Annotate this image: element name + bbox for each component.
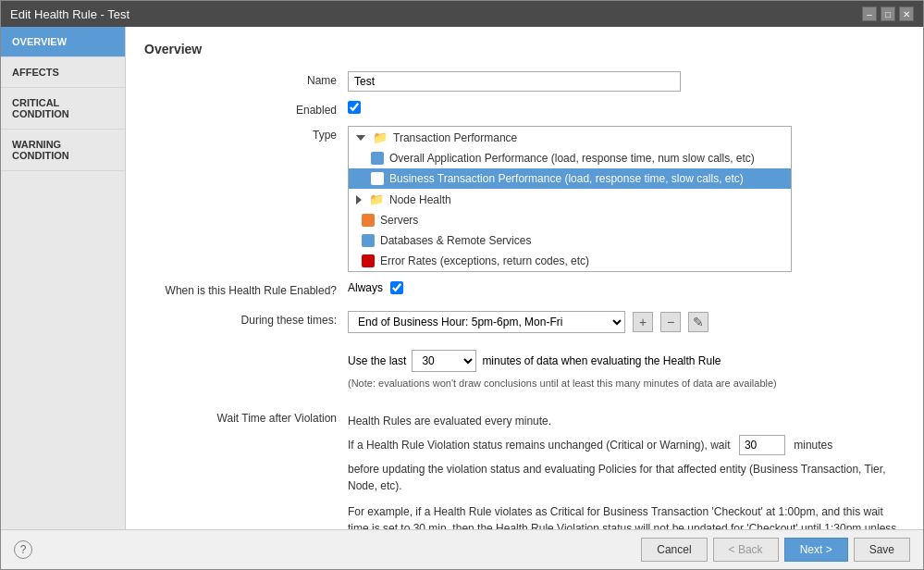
footer: ? Cancel < Back Next > Save (1, 529, 923, 569)
tree-item-node-health[interactable]: 📁 Node Health (349, 189, 791, 210)
tree-item-txn-perf[interactable]: 📁 Transaction Performance (349, 127, 791, 148)
wait-line2-post: minutes (794, 439, 832, 452)
tree-item-error-rates[interactable]: Error Rates (exceptions, return codes, e… (349, 251, 791, 271)
use-last-note: (Note: evaluations won't draw conclusion… (348, 378, 905, 389)
use-last-spacer (144, 350, 348, 353)
during-row: During these times: End of Business Hour… (144, 311, 905, 341)
window-title: Edit Health Rule - Test (10, 7, 129, 21)
next-button[interactable]: Next > (784, 538, 848, 562)
during-select[interactable]: End of Business Hour: 5pm-6pm, Mon-Fri B… (348, 311, 625, 333)
item-icon-error (362, 254, 375, 267)
tree-item-db-remote[interactable]: Databases & Remote Services (349, 230, 791, 251)
cancel-button[interactable]: Cancel (641, 538, 707, 562)
tree-item-label: Business Transaction Performance (load, … (389, 172, 744, 185)
wait-time-row: Wait Time after Violation Health Rules a… (144, 409, 905, 529)
folder-icon-node: 📁 (369, 192, 384, 206)
during-control: End of Business Hour: 5pm-6pm, Mon-Fri B… (348, 311, 905, 341)
wait-line2: If a Health Rule Violation status remain… (348, 435, 905, 455)
save-button[interactable]: Save (854, 538, 910, 562)
type-control: 📁 Transaction Performance Overall Applic… (348, 126, 905, 272)
add-time-button[interactable]: + (633, 312, 653, 332)
folder-icon: 📁 (373, 130, 388, 144)
enabled-control (348, 101, 905, 117)
tree-item-label: Databases & Remote Services (380, 234, 531, 247)
during-times-row: End of Business Hour: 5pm-6pm, Mon-Fri B… (348, 311, 905, 333)
tree-item-overall-app[interactable]: Overall Application Performance (load, r… (349, 148, 791, 168)
wait-line1: Health Rules are evaluated every minute. (348, 413, 905, 429)
tree-item-servers[interactable]: Servers (349, 210, 791, 230)
name-control (348, 71, 905, 92)
item-icon-servers (362, 214, 375, 227)
during-label: During these times: (144, 311, 348, 327)
wait-line2-pre: If a Health Rule Violation status remain… (348, 439, 731, 452)
tree-item-bt-perf[interactable]: Business Transaction Performance (load, … (349, 168, 791, 189)
item-icon-blue (371, 152, 384, 165)
wait-time-label: Wait Time after Violation (144, 409, 348, 425)
wait-time-control: Health Rules are evaluated every minute.… (348, 413, 905, 529)
tree-item-label: Overall Application Performance (load, r… (389, 152, 755, 165)
window-controls: – □ ✕ (862, 6, 914, 21)
wait-minutes-input[interactable] (739, 435, 785, 455)
enabled-row: Enabled (144, 101, 905, 117)
title-bar: Edit Health Rule - Test – □ ✕ (1, 1, 923, 27)
always-label: Always (348, 281, 383, 294)
type-label: Type (144, 126, 348, 142)
use-last-inner-row: Use the last 30 15 60 120 minutes of dat… (348, 350, 905, 372)
content-area: Overview Name Enabled Type (126, 27, 923, 529)
enabled-label: Enabled (144, 101, 348, 117)
tree-item-label: Transaction Performance (393, 131, 517, 144)
minimize-button[interactable]: – (862, 6, 877, 21)
wait-line3: before updating the violation status and… (348, 461, 905, 494)
footer-left: ? (14, 540, 635, 559)
type-tree[interactable]: 📁 Transaction Performance Overall Applic… (348, 126, 792, 272)
use-last-control: Use the last 30 15 60 120 minutes of dat… (348, 350, 905, 400)
when-enabled-control: Always (348, 281, 905, 302)
tree-item-label: Error Rates (exceptions, return codes, e… (380, 254, 589, 267)
content-title: Overview (144, 42, 905, 56)
use-last-select[interactable]: 30 15 60 120 (412, 350, 476, 372)
use-last-label-pre: Use the last (348, 354, 406, 367)
when-row: Always (348, 281, 905, 294)
always-checkbox[interactable] (390, 281, 403, 294)
close-button[interactable]: ✕ (899, 6, 914, 21)
main-area: OVERVIEW AFFECTS CRITICAL CONDITION WARN… (1, 27, 923, 529)
edit-time-button[interactable]: ✎ (688, 312, 708, 332)
when-enabled-row: When is this Health Rule Enabled? Always (144, 281, 905, 302)
enabled-checkbox[interactable] (348, 101, 361, 114)
tree-item-label: Node Health (389, 193, 451, 206)
use-last-label-post: minutes of data when evaluating the Heal… (482, 354, 721, 367)
remove-time-button[interactable]: − (660, 312, 681, 332)
help-button[interactable]: ? (14, 540, 32, 559)
use-last-row: Use the last 30 15 60 120 minutes of dat… (144, 350, 905, 400)
edit-health-rule-window: Edit Health Rule - Test – □ ✕ OVERVIEW A… (0, 0, 924, 570)
back-button[interactable]: < Back (713, 538, 779, 562)
sidebar-item-affects[interactable]: AFFECTS (1, 57, 125, 88)
item-icon-bt (371, 172, 384, 185)
sidebar-item-critical-condition[interactable]: CRITICAL CONDITION (1, 88, 125, 130)
collapse-arrow-icon (356, 195, 362, 204)
name-label: Name (144, 71, 348, 87)
name-input[interactable] (348, 71, 681, 92)
tree-item-label: Servers (380, 214, 418, 227)
item-icon-db (362, 234, 375, 247)
when-enabled-label: When is this Health Rule Enabled? (144, 281, 348, 297)
expand-arrow-icon (356, 135, 365, 141)
sidebar-item-warning-condition[interactable]: WARNING CONDITION (1, 130, 125, 171)
sidebar: OVERVIEW AFFECTS CRITICAL CONDITION WARN… (1, 27, 126, 529)
type-row: Type 📁 Transaction Performance Overall A… (144, 126, 905, 272)
name-row: Name (144, 71, 905, 92)
sidebar-item-overview[interactable]: OVERVIEW (1, 27, 125, 57)
restore-button[interactable]: □ (881, 6, 895, 21)
example-text: For example, if a Health Rule violates a… (348, 503, 905, 529)
